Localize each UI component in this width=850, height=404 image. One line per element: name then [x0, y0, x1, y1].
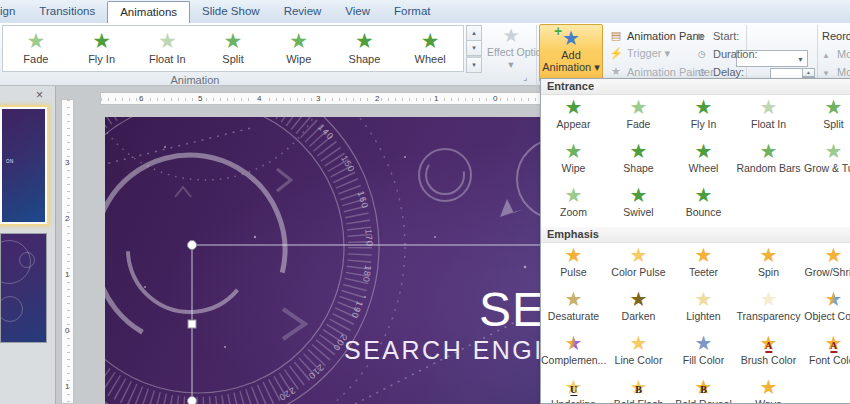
star-icon: ★ — [541, 185, 606, 206]
gallery-item-wheel[interactable]: ★Wheel — [397, 26, 463, 71]
trigger-button[interactable]: ⚡ Trigger ▾ — [608, 45, 670, 62]
animation-pane-label: Animation Pane — [627, 30, 705, 42]
add-animation-button[interactable]: ★ + Add Animation ▾ — [539, 24, 603, 82]
star-icon: ★ — [671, 245, 736, 266]
menu-item-float-in[interactable]: ★Float In — [736, 95, 801, 139]
menu-item-random-bars[interactable]: ★Random Bars — [736, 139, 801, 183]
spin-up-icon[interactable]: ▴ — [802, 68, 815, 77]
menu-item-label: Grow/Shrink — [801, 266, 850, 278]
star-icon: ★ — [671, 289, 736, 310]
delay-icon: ◷ — [698, 67, 711, 77]
tab-format[interactable]: Format — [382, 1, 442, 23]
thumbnail-text: ON — [6, 159, 14, 164]
move-earlier-button[interactable]: ▲ Move Earlier — [822, 48, 850, 60]
star-icon: ★ — [541, 333, 606, 354]
gallery-item-shape[interactable]: ★Shape — [332, 26, 398, 71]
tab-slide-show[interactable]: Slide Show — [190, 1, 272, 23]
star-icon: ★ — [671, 141, 736, 162]
add-animation-menu: Entrance★Appear★Fade★Fly In★Float In★Spl… — [540, 78, 850, 404]
menu-item-desaturate[interactable]: ★Desaturate — [541, 287, 606, 331]
menu-item-label: Bounce — [671, 206, 736, 218]
menu-item-line-color[interactable]: ★Line Color — [606, 331, 671, 375]
selection-handle-mid[interactable] — [188, 320, 196, 328]
gallery-more-icon[interactable]: ▾ — [466, 56, 482, 73]
close-icon[interactable]: × — [36, 89, 43, 101]
menu-item-label: Lighten — [671, 310, 736, 322]
gallery-item-label: Wheel — [397, 53, 463, 65]
slide-title-text[interactable]: SE — [479, 282, 545, 337]
green-star-icon: ★ — [200, 30, 266, 52]
menu-item-wave[interactable]: ★Wave — [736, 375, 801, 404]
gallery-scroll-down-icon[interactable]: ▾ — [466, 41, 482, 56]
menu-item-wipe[interactable]: ★Wipe — [541, 139, 606, 183]
animation-pane-icon: ▤ — [608, 29, 624, 42]
menu-item-transparency[interactable]: ★Transparency — [736, 287, 801, 331]
menu-item-object-color[interactable]: ★Object Color — [801, 287, 850, 331]
menu-item-label: Line Color — [606, 354, 671, 366]
menu-item-zoom[interactable]: ★Zoom — [541, 183, 606, 227]
menu-item-label: Fade — [606, 118, 671, 130]
menu-item-shape[interactable]: ★Shape — [606, 139, 671, 183]
tab-transitions[interactable]: Transitions — [27, 1, 107, 23]
ruler-number: 4 — [255, 94, 263, 103]
small-arc — [426, 156, 464, 194]
menu-item-pulse[interactable]: ★Pulse — [541, 243, 606, 287]
menu-item-bold-reveal[interactable]: ★BBold Reveal — [671, 375, 736, 404]
gallery-item-fly-in[interactable]: ★Fly In — [69, 26, 135, 71]
star-icon: ★ — [671, 185, 736, 206]
tab-view[interactable]: View — [333, 1, 382, 23]
gallery-item-float-in[interactable]: ★Float In — [134, 26, 200, 71]
star-icon: ★ — [736, 377, 801, 398]
tab-review[interactable]: Review — [272, 1, 334, 23]
menu-item-grow-shrink[interactable]: ★Grow/Shrink — [801, 243, 850, 287]
gallery-item-fade[interactable]: ★Fade — [3, 26, 69, 71]
menu-item-label: Font Color — [801, 354, 850, 366]
menu-item-label: Complemen... — [541, 354, 606, 366]
menu-item-label: Shape — [606, 162, 671, 174]
menu-item-brush-color[interactable]: ★ABrush Color — [736, 331, 801, 375]
ruler-number: 6 — [137, 94, 145, 103]
slide-subtitle-text[interactable]: SEARCH ENGIN — [344, 336, 564, 365]
menu-item-swivel[interactable]: ★Swivel — [606, 183, 671, 227]
slide-thumbnail-1-selected[interactable]: ON — [0, 107, 47, 224]
star-icon: ★ — [736, 97, 801, 118]
tab-ign[interactable]: ign — [0, 1, 27, 23]
menu-item-spin[interactable]: ★Spin — [736, 243, 801, 287]
star-icon: ★ — [606, 245, 671, 266]
menu-item-complemen[interactable]: ★Complemen... — [541, 331, 606, 375]
vertical-ruler[interactable]: 32101 — [61, 99, 74, 404]
menu-item-wheel[interactable]: ★Wheel — [671, 139, 736, 183]
menu-item-lighten[interactable]: ★Lighten — [671, 287, 736, 331]
menu-item-appear[interactable]: ★Appear — [541, 95, 606, 139]
menu-item-darken[interactable]: ★Darken — [606, 287, 671, 331]
animation-pane-button[interactable]: ▤ Animation Pane — [608, 27, 705, 44]
gallery-scroll-buttons: ▴ ▾ ▾ — [466, 25, 482, 72]
star-icon: ★ — [736, 141, 801, 162]
letter-glyph: B — [700, 384, 707, 395]
selection-handle-corner[interactable] — [188, 241, 197, 250]
plus-icon: + — [554, 23, 562, 39]
dialog-launcher-icon[interactable]: ⌟ — [523, 73, 533, 83]
move-later-button[interactable]: ▼ Move Later — [822, 66, 850, 78]
menu-item-color-pulse[interactable]: ★Color Pulse — [606, 243, 671, 287]
menu-item-underline[interactable]: ★UUnderline — [541, 375, 606, 404]
menu-item-teeter[interactable]: ★Teeter — [671, 243, 736, 287]
menu-item-fill-color[interactable]: ★Fill Color — [671, 331, 736, 375]
slide-thumbnail-2[interactable] — [0, 233, 47, 343]
menu-item-grow-turn[interactable]: ★Grow & Turn — [801, 139, 850, 183]
tab-animations[interactable]: Animations — [107, 1, 190, 23]
duration-row: ◷ Duration: — [698, 45, 758, 62]
gallery-item-wipe[interactable]: ★Wipe — [266, 26, 332, 71]
menu-item-bold-flash[interactable]: ★BBold Flash — [606, 375, 671, 404]
menu-item-font-color[interactable]: ★AFont Color — [801, 331, 850, 375]
menu-item-fade[interactable]: ★Fade — [606, 95, 671, 139]
selection-handle-corner[interactable] — [188, 397, 197, 404]
ring-arc — [105, 120, 320, 380]
menu-item-split[interactable]: ★Split — [801, 95, 850, 139]
menu-item-fly-in[interactable]: ★Fly In — [671, 95, 736, 139]
menu-item-bounce[interactable]: ★Bounce — [671, 183, 736, 227]
menu-item-label: Pulse — [541, 266, 606, 278]
gallery-scroll-up-icon[interactable]: ▴ — [466, 25, 482, 41]
menu-item-label: Grow & Turn — [801, 162, 850, 174]
gallery-item-split[interactable]: ★Split — [200, 26, 266, 71]
